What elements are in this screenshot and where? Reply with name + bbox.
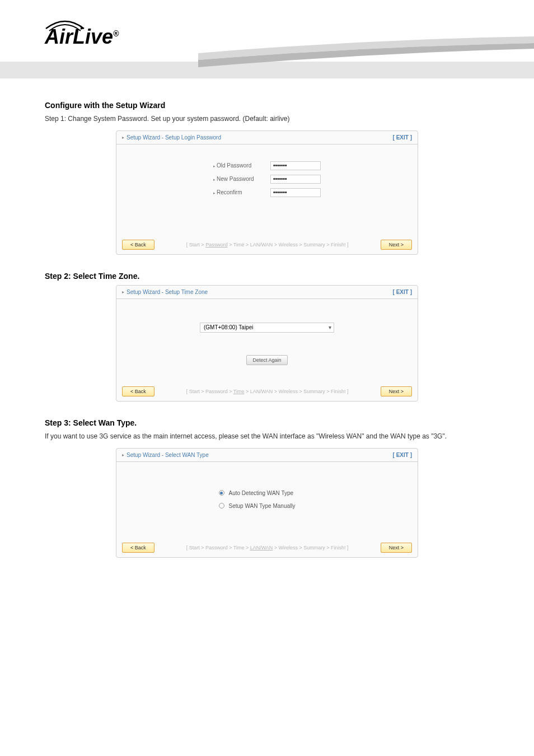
header-swoosh-icon [198, 36, 534, 67]
card-header: Setup Wizard - Setup Time Zone [ EXIT ] [116, 286, 418, 299]
row-new-password: New Password [128, 175, 406, 184]
next-button[interactable]: Next > [381, 386, 412, 396]
radio-auto-detect[interactable]: Auto Detecting WAN Type [128, 490, 406, 496]
next-button[interactable]: Next > [381, 240, 412, 250]
card-body: (GMT+08:00) Taipei Detect Again [116, 299, 418, 382]
breadcrumb: [ Start > Password > Time > LAN/WAN > Wi… [186, 242, 349, 248]
radio-label-manual: Setup WAN Type Manually [229, 503, 316, 509]
wizard-card-wan: Setup Wizard - Select WAN Type [ EXIT ] … [116, 448, 418, 558]
section-heading-password: Configure with the Setup Wizard [45, 101, 489, 110]
detect-again-button[interactable]: Detect Again [246, 355, 287, 365]
card-footer: < Back [ Start > Password > Time > LAN/W… [116, 538, 418, 557]
breadcrumb: [ Start > Password > Time > LAN/WAN > Wi… [186, 545, 349, 550]
label-reconfirm: Reconfirm [213, 189, 264, 195]
radio-manual[interactable]: Setup WAN Type Manually [128, 503, 406, 509]
radio-label-auto: Auto Detecting WAN Type [229, 490, 316, 496]
section-heading-wan: Step 3: Select Wan Type. [45, 418, 489, 427]
card-footer: < Back [ Start > Password > Time > LAN/W… [116, 382, 418, 401]
brand-logo: AirLive® [45, 25, 119, 49]
label-old-password: Old Password [213, 162, 264, 169]
section-heading-timezone: Step 2: Select Time Zone. [45, 272, 489, 281]
section-desc-password: Step 1: Change System Password. Set up y… [45, 114, 489, 124]
card-body: Auto Detecting WAN Type Setup WAN Type M… [116, 462, 418, 538]
back-button[interactable]: < Back [122, 543, 154, 553]
card-title: Setup Wizard - Setup Time Zone [122, 289, 208, 295]
page-header: AirLive® [0, 0, 534, 62]
label-new-password: New Password [213, 176, 264, 182]
radio-icon [219, 503, 224, 508]
card-title: Setup Wizard - Select WAN Type [122, 452, 209, 458]
logo-arc-icon [45, 15, 85, 32]
card-title: Setup Wizard - Setup Login Password [122, 134, 221, 141]
row-old-password: Old Password [128, 161, 406, 170]
card-header: Setup Wizard - Select WAN Type [ EXIT ] [116, 449, 418, 462]
card-body: Old Password New Password Reconfirm [116, 144, 418, 235]
card-header: Setup Wizard - Setup Login Password [ EX… [116, 131, 418, 144]
document-content: Configure with the Setup Wizard Step 1: … [0, 78, 534, 586]
timezone-select[interactable]: (GMT+08:00) Taipei [200, 323, 334, 333]
back-button[interactable]: < Back [122, 386, 154, 396]
input-new-password[interactable] [270, 175, 321, 184]
breadcrumb: [ Start > Password > Time > LAN/WAN > Wi… [186, 389, 349, 394]
exit-link[interactable]: [ EXIT ] [393, 289, 412, 295]
card-footer: < Back [ Start > Password > Time > LAN/W… [116, 235, 418, 254]
back-button[interactable]: < Back [122, 240, 154, 250]
exit-link[interactable]: [ EXIT ] [393, 134, 412, 141]
exit-link[interactable]: [ EXIT ] [393, 452, 412, 458]
wizard-card-timezone: Setup Wizard - Setup Time Zone [ EXIT ] … [116, 285, 418, 402]
input-reconfirm[interactable] [270, 188, 321, 197]
radio-icon [219, 490, 224, 496]
section-desc-wan: If you want to use 3G service as the mai… [45, 432, 489, 441]
next-button[interactable]: Next > [381, 543, 412, 553]
wizard-card-password: Setup Wizard - Setup Login Password [ EX… [116, 130, 418, 255]
row-reconfirm: Reconfirm [128, 188, 406, 197]
input-old-password[interactable] [270, 161, 321, 170]
